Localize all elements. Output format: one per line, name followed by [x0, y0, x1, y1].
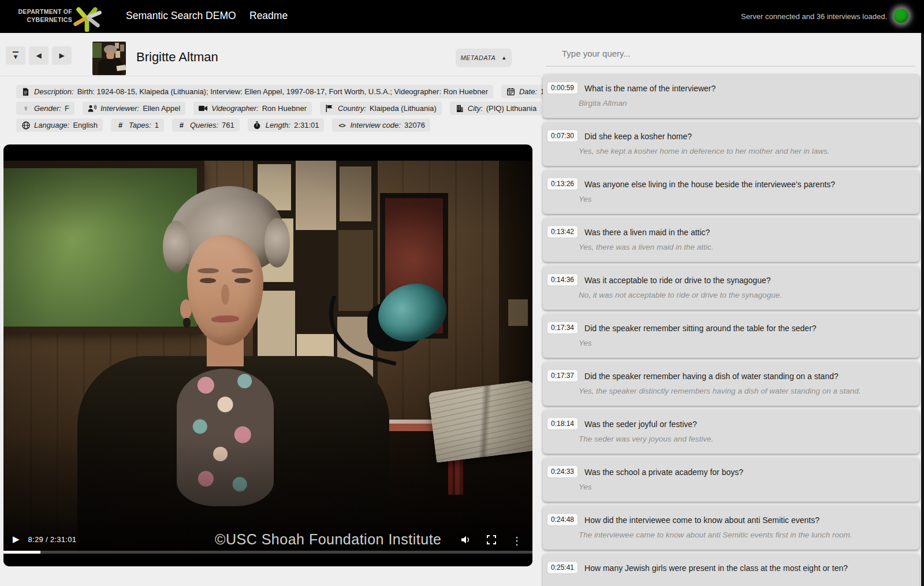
- result-timestamp[interactable]: 0:13:42: [547, 226, 578, 238]
- result-question: Did the speaker remember having a dish o…: [584, 372, 839, 381]
- query-result-item[interactable]: 0:25:41 How many Jewish girls were prese…: [543, 554, 919, 586]
- video-time-display: 8:29 / 2:31:01: [28, 535, 77, 544]
- app-root: DEPARTMENT OF CYBERNETICS Semantic Searc…: [0, 0, 924, 586]
- chip-value: Ron Huebner: [262, 104, 307, 113]
- chevron-bar-icon: [13, 51, 18, 53]
- result-timestamp[interactable]: 0:17:37: [547, 370, 578, 381]
- result-answer: No, it was not acceptable to ride or dri…: [579, 291, 910, 299]
- play-button[interactable]: ▶: [13, 534, 20, 544]
- chip-value: Klaipeda (Lithuania): [370, 104, 437, 113]
- chip-value: 1: [155, 121, 159, 129]
- chip-value: 2:31:01: [294, 121, 319, 129]
- query-result-item[interactable]: 0:13:26 Was anyone else living in the ho…: [543, 170, 919, 214]
- result-timestamp[interactable]: 0:07:30: [547, 130, 578, 142]
- volume-icon: [461, 535, 471, 544]
- video-progress-bar[interactable]: [3, 551, 532, 554]
- fullscreen-button[interactable]: [487, 535, 496, 546]
- chip-label: Date:: [519, 87, 537, 96]
- result-answer: The seder was very joyous and festive.: [579, 435, 910, 443]
- city-chip: City: (PIQ) Lithuania: [450, 102, 542, 115]
- videographer-chip: Videographer: Ron Huebner: [193, 102, 312, 115]
- result-question-row: 0:24:33 Was the school a private academy…: [547, 466, 910, 477]
- chip-value: English: [73, 121, 98, 129]
- result-question: What is the name of the interviewer?: [584, 84, 716, 93]
- result-answer: Yes, she kept a kosher home in deference…: [579, 147, 910, 155]
- description-chip: Description: Birth: 1924-08-15, Klaipeda…: [16, 85, 493, 98]
- video-progress-played: [3, 551, 40, 554]
- query-results-list: 0:00:59 What is the name of the intervie…: [543, 74, 919, 586]
- toolbar-separator: [0, 76, 541, 76]
- scene-vignette: [3, 161, 532, 552]
- interviewer-chip: Interviewer: Ellen Appel: [83, 102, 185, 115]
- readme-link[interactable]: Readme: [249, 10, 288, 22]
- result-question-row: 0:07:30 Did she keep a kosher home?: [547, 130, 910, 142]
- result-question-row: 0:00:59 What is the name of the intervie…: [547, 82, 910, 94]
- result-question: Was it acceptable to ride or drive to th…: [584, 276, 770, 285]
- chip-label: Country:: [338, 104, 366, 113]
- result-timestamp[interactable]: 0:14:36: [547, 274, 578, 285]
- collapse-button[interactable]: ▼: [6, 46, 25, 65]
- chip-value: F: [65, 104, 69, 113]
- queries-chip: # Queries: 761: [172, 118, 240, 132]
- chip-value: Birth: 1924-08-15, Klaipeda (Lithuania);…: [77, 87, 488, 96]
- volume-button[interactable]: [461, 535, 471, 546]
- previous-interview-button[interactable]: ◀: [29, 46, 49, 65]
- metadata-row-3: Language: English # Tapes: 1 # Queries: …: [16, 118, 524, 132]
- result-question: How did the interviewee come to know abo…: [584, 515, 819, 525]
- chip-value: 761: [222, 121, 234, 129]
- query-result-item[interactable]: 0:13:42 Was there a liven maid in the at…: [543, 218, 919, 262]
- code-icon: <>: [337, 122, 346, 129]
- result-timestamp[interactable]: 0:13:26: [547, 178, 578, 190]
- hash-icon: #: [116, 121, 125, 129]
- result-question-row: 0:17:34 Did the speaker remember sitting…: [547, 322, 910, 333]
- interview-code-chip: <> Interview code: 32076: [332, 118, 430, 132]
- chip-label: City:: [468, 104, 483, 113]
- result-question-row: 0:13:42 Was there a liven maid in the at…: [547, 226, 910, 238]
- query-result-item[interactable]: 0:14:36 Was it acceptable to ride or dri…: [543, 266, 919, 310]
- result-answer: Yes, the speaker distinctly remembers ha…: [579, 387, 910, 395]
- query-result-item[interactable]: 0:17:37 Did the speaker remember having …: [543, 362, 919, 406]
- query-result-item[interactable]: 0:00:59 What is the name of the intervie…: [543, 74, 919, 118]
- language-chip: Language: English: [16, 118, 103, 132]
- gender-chip: ♀ Gender: F: [16, 102, 74, 115]
- brand-text: DEPARTMENT OF CYBERNETICS: [17, 8, 72, 24]
- result-question-row: 0:24:48 How did the interviewee come to …: [547, 514, 910, 525]
- next-interview-button[interactable]: ▶: [52, 46, 72, 65]
- video-controls-right: ⋮: [461, 535, 522, 546]
- query-result-item[interactable]: 0:07:30 Did she keep a kosher home? Yes,…: [543, 122, 919, 166]
- chip-label: Interviewer:: [100, 104, 139, 113]
- chip-label: Description:: [34, 87, 74, 96]
- metadata-button-label: METADATA: [461, 54, 496, 61]
- result-timestamp[interactable]: 0:25:41: [547, 562, 578, 573]
- metadata-toggle-button[interactable]: METADATA ▲: [456, 49, 512, 67]
- tapes-chip: # Tapes: 1: [111, 118, 164, 132]
- result-timestamp[interactable]: 0:00:59: [547, 82, 578, 94]
- result-timestamp[interactable]: 0:24:48: [547, 514, 578, 525]
- overflow-menu-button[interactable]: ⋮: [512, 536, 522, 546]
- arrow-right-icon: ▶: [59, 51, 64, 60]
- query-result-item[interactable]: 0:24:48 How did the interviewee come to …: [543, 506, 919, 550]
- video-display[interactable]: [3, 161, 532, 552]
- fullscreen-icon: [487, 535, 496, 544]
- videocamera-icon: [199, 105, 207, 112]
- interviewer-icon: [88, 105, 96, 112]
- chip-label: Tapes:: [129, 121, 151, 129]
- results-scrollbar-track[interactable]: [921, 33, 924, 586]
- query-input[interactable]: [546, 43, 915, 66]
- result-question-row: 0:25:41 How many Jewish girls were prese…: [547, 562, 910, 573]
- video-watermark: ©USC Shoah Foundation Institute: [215, 531, 441, 548]
- query-result-item[interactable]: 0:24:33 Was the school a private academy…: [543, 458, 919, 502]
- result-timestamp[interactable]: 0:18:14: [547, 418, 578, 429]
- chip-label: Length:: [266, 121, 290, 129]
- result-timestamp[interactable]: 0:24:33: [547, 466, 578, 477]
- query-result-item[interactable]: 0:18:14 Was the seder joyful or festive?…: [543, 410, 919, 454]
- result-answer: Yes, there was a liven maid in the attic…: [579, 243, 910, 251]
- result-question: Did she keep a kosher home?: [584, 132, 692, 141]
- stopwatch-icon: [253, 121, 262, 129]
- document-icon: [21, 88, 30, 96]
- result-question: Was anyone else living in the house besi…: [584, 180, 835, 189]
- result-timestamp[interactable]: 0:17:34: [547, 322, 578, 333]
- cybernetics-logo-icon: [72, 1, 102, 32]
- query-result-item[interactable]: 0:17:34 Did the speaker remember sitting…: [543, 314, 919, 358]
- chevron-up-icon: ▲: [501, 55, 506, 61]
